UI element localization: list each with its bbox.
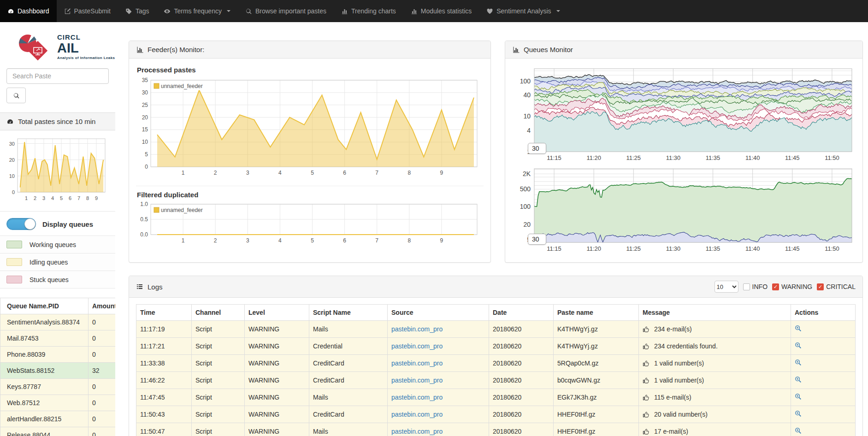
legend-item: Working queues — [0, 236, 115, 253]
edit-icon — [64, 8, 71, 15]
search-plus-icon — [795, 410, 802, 417]
log-source-link[interactable]: pastebin.com_pro — [391, 359, 443, 367]
list-icon — [136, 283, 143, 290]
log-script-name: Mails — [309, 423, 388, 436]
nav-browse-important-pastes[interactable]: Browse important pastes — [238, 0, 334, 22]
log-source-link[interactable]: pastebin.com_pro — [391, 377, 443, 384]
svg-text:3: 3 — [246, 237, 249, 244]
log-date: 20180620 — [489, 338, 554, 355]
svg-text:2: 2 — [214, 237, 217, 244]
logs-title: Logs — [148, 283, 163, 291]
ail-logo-graphic — [14, 32, 54, 61]
log-level: WARNING — [245, 423, 309, 436]
log-source-link[interactable]: pastebin.com_pro — [391, 428, 443, 435]
queue-name: Mail.87453 — [0, 330, 89, 347]
nav-trending-charts[interactable]: Trending charts — [334, 0, 403, 22]
queue-name: Release.88044 — [0, 427, 89, 436]
nav-modules-statistics[interactable]: Modules statistics — [403, 0, 479, 22]
logs-header: Paste name — [554, 305, 639, 321]
nav-label: Dashboard — [18, 7, 49, 15]
queue-amount: 0 — [89, 395, 116, 411]
nav-tags[interactable]: Tags — [118, 0, 157, 22]
log-time: 11:33:38 — [136, 355, 192, 372]
svg-text:1.0: 1.0 — [140, 201, 148, 207]
log-source-link[interactable]: pastebin.com_pro — [391, 325, 443, 333]
log-view-action[interactable] — [795, 393, 802, 401]
svg-text:4: 4 — [278, 170, 282, 176]
nav-sentiment-analysis[interactable]: Sentiment Analysis — [479, 0, 567, 22]
display-queues-toggle[interactable] — [6, 218, 36, 230]
nav-label: Sentiment Analysis — [496, 7, 551, 15]
queue-amount: 0 — [89, 379, 116, 395]
log-script-name: Mails — [309, 389, 388, 406]
checkbox-critical[interactable]: ✓ — [817, 283, 824, 290]
svg-text:11:20: 11:20 — [586, 245, 601, 252]
queue-row: Mail.874530 — [0, 330, 116, 347]
filtered-duplicated-title: Filtered duplicated — [137, 191, 484, 199]
svg-text:4: 4 — [527, 127, 531, 134]
search-paste-button[interactable] — [6, 88, 26, 103]
log-view-action[interactable] — [795, 325, 802, 333]
nav-terms-frequency[interactable]: Terms frequency — [156, 0, 237, 22]
log-view-action[interactable] — [795, 427, 802, 436]
eye-icon — [164, 8, 171, 15]
search-paste-input[interactable] — [6, 68, 109, 84]
queues-legend: Working queuesIdling queuesStuck queues — [0, 236, 115, 289]
legend-label: Working queues — [30, 241, 76, 248]
queue-amount: 0 — [89, 411, 116, 427]
filtered-duplicated-chart: 0.00.51.0123456789unnamed_feeder — [136, 201, 482, 247]
log-source-link[interactable]: pastebin.com_pro — [391, 411, 443, 418]
logs-page-size-select[interactable]: 10 — [714, 281, 738, 293]
log-level: WARNING — [245, 389, 309, 406]
svg-text:11:25: 11:25 — [626, 154, 641, 161]
queues-count-range-input[interactable]: 30 — [528, 143, 546, 154]
queue-row: Web.875120 — [0, 395, 116, 411]
legend-item: Stuck queues — [0, 271, 115, 289]
log-time: 11:46:22 — [136, 372, 192, 389]
log-view-action[interactable] — [795, 376, 802, 384]
nav-dashboard[interactable]: Dashboard — [0, 0, 57, 22]
log-source-link[interactable]: pastebin.com_pro — [391, 342, 443, 350]
svg-text:1: 1 — [25, 195, 28, 201]
svg-text:11:15: 11:15 — [547, 154, 561, 161]
svg-text:unnamed_feeder: unnamed_feeder — [161, 207, 203, 213]
log-paste-name: 5RQap0cM.gz — [554, 355, 639, 372]
log-view-action[interactable] — [795, 410, 802, 418]
checkbox-warning[interactable]: ✓ — [772, 283, 779, 290]
log-message: 1 valid number(s) — [639, 372, 791, 389]
caret-down-icon — [556, 10, 560, 12]
log-row: 11:46:22ScriptWARNINGCreditCardpastebin.… — [136, 372, 856, 389]
svg-text:11:45: 11:45 — [785, 245, 800, 252]
navbar: Dashboard PasteSubmit Tags Terms frequen… — [0, 0, 868, 22]
queues-size-range-input[interactable]: 30 — [528, 234, 546, 245]
svg-text:unnamed_feeder: unnamed_feeder — [161, 83, 203, 89]
svg-text:20: 20 — [523, 221, 531, 228]
svg-text:30: 30 — [9, 141, 15, 147]
queue-name: Web.87512 — [0, 395, 89, 411]
log-message: 115 e-mail(s) — [639, 389, 791, 406]
logs-panel: Logs 10 INFO✓WARNING✓CRITICAL TimeChanne… — [129, 276, 863, 436]
log-message: 20 valid number(s) — [639, 406, 791, 423]
log-date: 20180620 — [489, 406, 554, 423]
log-view-action[interactable] — [795, 359, 802, 367]
nav-pastesubmit[interactable]: PasteSubmit — [57, 0, 118, 22]
processed-pastes-chart: 05101520253035123456789unnamed_feeder — [136, 77, 482, 179]
svg-text:500: 500 — [520, 185, 531, 193]
log-time: 11:50:43 — [136, 406, 192, 423]
log-level: WARNING — [245, 355, 309, 372]
log-source-link[interactable]: pastebin.com_pro — [391, 394, 443, 401]
log-filter-warning: ✓WARNING — [772, 283, 812, 290]
log-paste-name: EGk7JK3h.gz — [554, 389, 639, 406]
log-date: 20180620 — [489, 423, 554, 436]
svg-text:11:40: 11:40 — [745, 154, 760, 161]
checkbox-info[interactable] — [743, 283, 750, 290]
log-view-action[interactable] — [795, 342, 802, 350]
log-filter-label: INFO — [752, 283, 768, 290]
feeder-monitor-panel: Feeder(s) Monitor: Processed pastes 0510… — [129, 41, 491, 263]
log-row: 11:33:38ScriptWARNINGCreditCardpastebin.… — [136, 355, 856, 372]
logs-header: Level — [245, 305, 309, 321]
log-channel: Script — [192, 423, 245, 436]
svg-text:6: 6 — [343, 170, 346, 176]
queue-row: SentimentAnalysis.883740 — [0, 314, 116, 330]
sidebar: CIRCL AIL Analysis of Information Leaks … — [0, 22, 115, 436]
